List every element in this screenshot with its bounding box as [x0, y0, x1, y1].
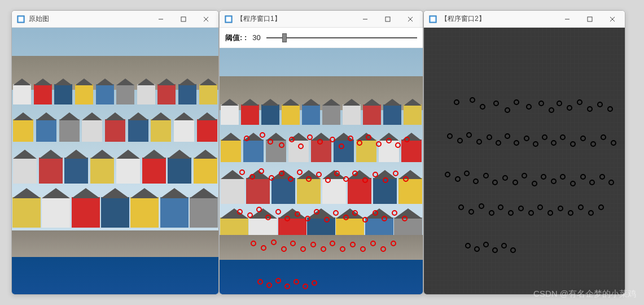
harris-point: [454, 99, 459, 105]
harris-point: [557, 101, 562, 106]
svg-rect-1: [19, 16, 24, 21]
harris-point: [473, 178, 479, 184]
harris-point: [468, 209, 474, 215]
harris-point: [597, 102, 603, 107]
harris-point: [502, 175, 508, 181]
svg-rect-9: [385, 17, 390, 21]
harris-point: [541, 174, 546, 180]
app-icon: [428, 15, 437, 24]
harris-point: [470, 97, 475, 103]
image-corners: [220, 48, 423, 294]
maximize-button[interactable]: [172, 11, 195, 27]
harris-point: [489, 210, 494, 216]
content: [424, 28, 625, 294]
harris-point: [588, 210, 594, 216]
minimize-button[interactable]: [354, 11, 376, 27]
harris-point: [510, 247, 516, 253]
harris-point: [589, 180, 595, 185]
harris-point: [547, 210, 553, 216]
harris-point: [577, 99, 582, 105]
harris-point: [479, 203, 484, 209]
harris-point: [505, 133, 510, 139]
maximize-button[interactable]: [579, 11, 601, 27]
harris-point: [549, 107, 554, 113]
harris-point: [498, 204, 503, 210]
harris-point: [580, 136, 586, 141]
harris-point: [492, 180, 498, 185]
close-button[interactable]: [399, 11, 422, 27]
window-original: 原始图: [11, 10, 219, 295]
harris-point: [492, 247, 498, 253]
harris-point: [514, 140, 519, 146]
window-title: 【程序窗口2】: [441, 14, 556, 24]
harris-point: [505, 107, 510, 113]
harris-point: [518, 206, 524, 211]
harris-point: [560, 134, 566, 140]
harris-point: [611, 140, 616, 146]
harris-point: [480, 104, 485, 110]
close-button[interactable]: [601, 11, 624, 27]
harris-point: [568, 210, 573, 216]
content: 阈值: : 30: [220, 28, 423, 294]
harris-point: [551, 140, 557, 146]
harris-point: [514, 99, 519, 105]
harris-point: [508, 210, 514, 216]
harris-point: [537, 204, 543, 210]
harris-point: [522, 173, 527, 178]
harris-point: [570, 181, 576, 186]
harris-point: [551, 178, 557, 184]
harris-point: [580, 174, 586, 180]
harris-point: [601, 134, 606, 140]
threshold-toolbar: 阈值: : 30: [220, 28, 423, 48]
threshold-slider[interactable]: [266, 32, 417, 43]
harris-point: [466, 132, 472, 138]
harris-point: [476, 139, 482, 145]
harris-point: [487, 134, 492, 140]
harris-point: [542, 134, 547, 140]
image-harris-response: [424, 28, 625, 294]
svg-rect-15: [588, 17, 592, 21]
image-original: [12, 28, 218, 294]
titlebar[interactable]: 【程序窗口2】: [424, 11, 625, 28]
svg-rect-7: [226, 16, 231, 21]
harris-point: [464, 171, 470, 176]
threshold-label: 阈值: :: [225, 33, 247, 43]
slider-thumb[interactable]: [282, 33, 287, 42]
harris-point: [445, 172, 450, 177]
maximize-button[interactable]: [376, 11, 399, 27]
harris-point: [496, 140, 501, 146]
harris-point: [590, 141, 596, 147]
svg-rect-13: [431, 16, 436, 21]
harris-point: [578, 204, 584, 210]
harris-point: [532, 181, 537, 186]
svg-rect-3: [181, 17, 186, 21]
window-program-2: 【程序窗口2】: [423, 10, 625, 295]
harris-point: [558, 206, 563, 211]
harris-point: [512, 180, 518, 185]
close-button[interactable]: [195, 11, 217, 27]
harris-point: [447, 133, 453, 139]
harris-point: [608, 180, 614, 185]
titlebar[interactable]: 【程序窗口1】: [220, 11, 423, 28]
minimize-button[interactable]: [150, 11, 172, 27]
minimize-button[interactable]: [556, 11, 579, 27]
harris-point: [457, 138, 463, 143]
app-icon: [224, 15, 233, 24]
harris-point: [526, 104, 532, 110]
harris-point: [455, 176, 461, 182]
harris-point: [560, 174, 566, 180]
harris-point: [570, 141, 576, 147]
titlebar[interactable]: 原始图: [12, 11, 218, 28]
harris-point: [587, 106, 593, 112]
threshold-value: 30: [252, 33, 260, 42]
window-title: 原始图: [29, 14, 150, 24]
harris-point: [483, 173, 489, 178]
app-icon: [16, 15, 25, 24]
harris-point: [607, 106, 613, 112]
harris-point: [501, 243, 507, 249]
harris-point: [483, 242, 489, 247]
harris-point: [528, 210, 534, 216]
harris-point: [524, 136, 529, 141]
harris-point: [474, 246, 480, 252]
window-program-1: 【程序窗口1】 阈值: : 30: [219, 10, 423, 295]
